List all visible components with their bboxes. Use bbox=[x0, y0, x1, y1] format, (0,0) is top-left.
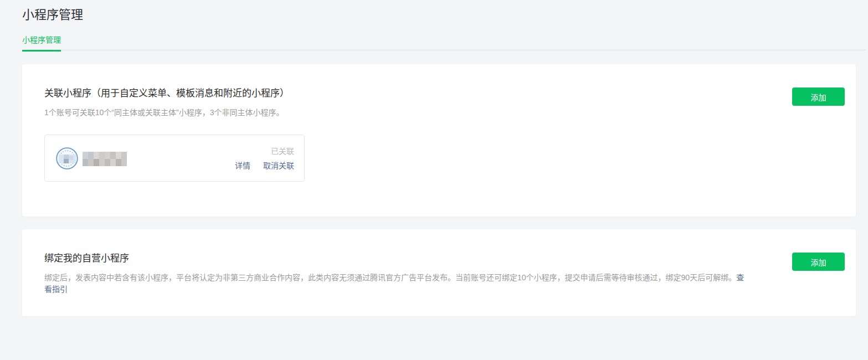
add-self-miniprogram-button[interactable]: 添加 bbox=[792, 253, 845, 271]
detail-link[interactable]: 详情 bbox=[235, 161, 250, 170]
linked-miniprograms-card: 关联小程序（用于自定义菜单、模板消息和附近的小程序） 1个账号可关联10个“同主… bbox=[22, 64, 856, 217]
linked-card-title: 关联小程序（用于自定义菜单、模板消息和附近的小程序） bbox=[44, 87, 834, 100]
linked-miniprogram-item: 已关联 详情 取消关联 bbox=[44, 135, 305, 182]
page-title: 小程序管理 bbox=[0, 0, 868, 23]
unlink-link[interactable]: 取消关联 bbox=[263, 161, 294, 170]
linked-card-subtitle: 1个账号可关联10个“同主体或关联主体”小程序，3个非同主体小程序。 bbox=[44, 107, 834, 118]
tab-bar: 小程序管理 bbox=[22, 35, 866, 50]
self-card-description-text: 绑定后，发表内容中若含有该小程序，平台将认定为非第三方商业合作内容，此类内容无须… bbox=[44, 273, 736, 282]
status-badge: 已关联 bbox=[235, 147, 294, 156]
redacted-name-mosaic bbox=[83, 152, 127, 166]
self-card-description: 绑定后，发表内容中若含有该小程序，平台将认定为非第三方商业合作内容，此类内容无须… bbox=[44, 272, 749, 295]
miniprogram-item-actions: 已关联 详情 取消关联 bbox=[235, 147, 294, 170]
miniprogram-avatar bbox=[56, 147, 78, 169]
self-miniprogram-card: 绑定我的自营小程序 绑定后，发表内容中若含有该小程序，平台将认定为非第三方商业合… bbox=[22, 229, 856, 316]
add-linked-miniprogram-button[interactable]: 添加 bbox=[792, 88, 845, 106]
tab-miniprogram-management[interactable]: 小程序管理 bbox=[22, 36, 61, 52]
self-card-title: 绑定我的自营小程序 bbox=[44, 252, 834, 265]
